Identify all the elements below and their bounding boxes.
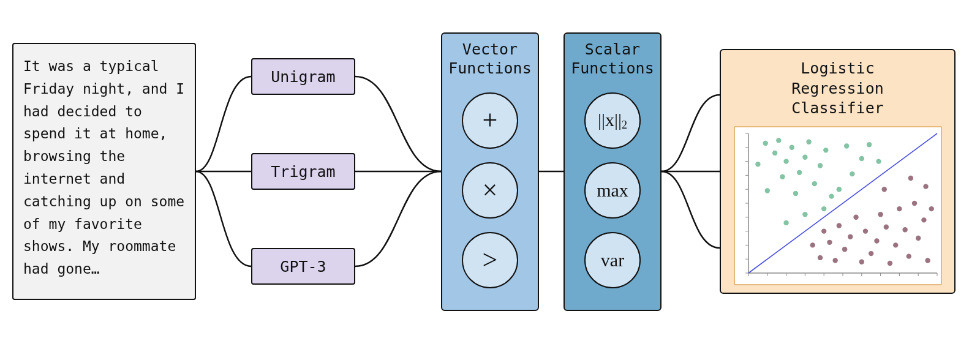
norm-sub: 2 <box>622 119 627 131</box>
times-icon: × <box>483 177 498 204</box>
out-title-l3: Classifier <box>791 99 884 117</box>
svg-point-76 <box>908 175 913 180</box>
svg-point-60 <box>862 228 867 233</box>
svg-point-47 <box>821 206 826 211</box>
output-panel: Logistic Regression Classifier <box>720 49 956 294</box>
svg-point-53 <box>827 239 832 244</box>
svg-point-59 <box>859 259 864 264</box>
svg-point-46 <box>876 159 881 163</box>
svg-point-65 <box>887 260 892 265</box>
svg-point-28 <box>772 150 777 155</box>
svg-point-66 <box>893 242 898 247</box>
svg-point-42 <box>843 143 848 148</box>
svg-point-51 <box>817 255 822 260</box>
svg-point-57 <box>848 234 853 239</box>
svg-point-70 <box>911 200 916 205</box>
svg-point-58 <box>853 214 858 219</box>
out-title-l1: Logistic <box>801 59 874 77</box>
vector-title-l1: Vector <box>462 40 518 58</box>
svg-point-49 <box>783 220 788 225</box>
svg-point-50 <box>810 242 815 247</box>
scalar-functions-panel: Scalar Functions ||x||2 max var <box>564 32 662 311</box>
gpt3-label: GPT-3 <box>280 258 326 275</box>
svg-point-33 <box>793 190 797 195</box>
svg-point-55 <box>836 223 841 228</box>
svg-point-71 <box>916 235 921 240</box>
unigram-label: Unigram <box>271 68 335 86</box>
svg-point-77 <box>923 184 928 189</box>
greater-than-icon: > <box>483 247 498 274</box>
plus-icon: + <box>483 107 498 134</box>
output-title: Logistic Regression Classifier <box>791 59 884 119</box>
svg-point-32 <box>789 144 794 149</box>
vector-functions-title: Vector Functions <box>448 40 531 78</box>
scalar-op-norm: ||x||2 <box>584 92 641 149</box>
var-label: var <box>601 251 624 269</box>
svg-point-29 <box>776 138 781 143</box>
svg-point-67 <box>897 206 902 211</box>
svg-point-75 <box>881 187 886 192</box>
svg-point-26 <box>763 140 767 145</box>
trigram-box: Trigram <box>251 153 355 190</box>
svg-point-35 <box>802 154 807 159</box>
svg-point-45 <box>866 142 871 147</box>
out-title-l2: Regression <box>791 80 884 97</box>
max-label: max <box>597 181 628 200</box>
unigram-box: Unigram <box>251 58 355 95</box>
trigram-label: Trigram <box>271 163 335 181</box>
svg-point-43 <box>850 171 854 176</box>
svg-point-62 <box>874 238 879 243</box>
svg-point-61 <box>869 250 873 255</box>
input-text: It was a typical Friday night, and I had… <box>23 58 184 277</box>
svg-point-69 <box>906 253 911 258</box>
scalar-op-var: var <box>584 232 641 288</box>
gpt3-box: GPT-3 <box>251 248 355 285</box>
svg-point-31 <box>783 159 788 163</box>
svg-point-36 <box>806 139 811 144</box>
scalar-op-max: max <box>584 162 641 219</box>
svg-point-30 <box>780 174 785 179</box>
svg-point-40 <box>829 193 834 198</box>
svg-point-48 <box>802 212 807 217</box>
svg-point-74 <box>929 206 933 211</box>
vector-op-add: + <box>462 92 518 149</box>
svg-point-37 <box>812 181 816 185</box>
svg-point-56 <box>842 247 846 252</box>
svg-point-63 <box>878 212 883 217</box>
svg-point-38 <box>817 163 822 168</box>
l2-norm-icon: ||x||2 <box>598 110 627 132</box>
svg-point-73 <box>925 258 930 263</box>
svg-point-44 <box>859 156 864 160</box>
norm-base: ||x|| <box>598 110 622 130</box>
svg-point-39 <box>823 148 828 152</box>
scalar-functions-title: Scalar Functions <box>571 40 654 78</box>
svg-point-25 <box>755 161 760 166</box>
scatter-plot <box>734 126 942 285</box>
scalar-title-l1: Scalar <box>585 40 640 58</box>
vector-title-l2: Functions <box>448 59 531 77</box>
vector-functions-panel: Vector Functions + × > <box>441 32 539 311</box>
vector-op-mul: × <box>462 162 518 219</box>
vector-op-gt: > <box>462 232 518 288</box>
svg-point-27 <box>764 188 769 193</box>
svg-point-54 <box>832 258 837 263</box>
svg-point-41 <box>836 187 841 192</box>
svg-point-68 <box>902 227 907 232</box>
svg-point-72 <box>921 217 926 222</box>
svg-point-34 <box>796 170 801 174</box>
input-text-box: It was a typical Friday night, and I had… <box>12 43 196 300</box>
svg-point-52 <box>821 228 826 233</box>
scalar-title-l2: Functions <box>571 59 654 77</box>
svg-point-64 <box>883 224 888 229</box>
